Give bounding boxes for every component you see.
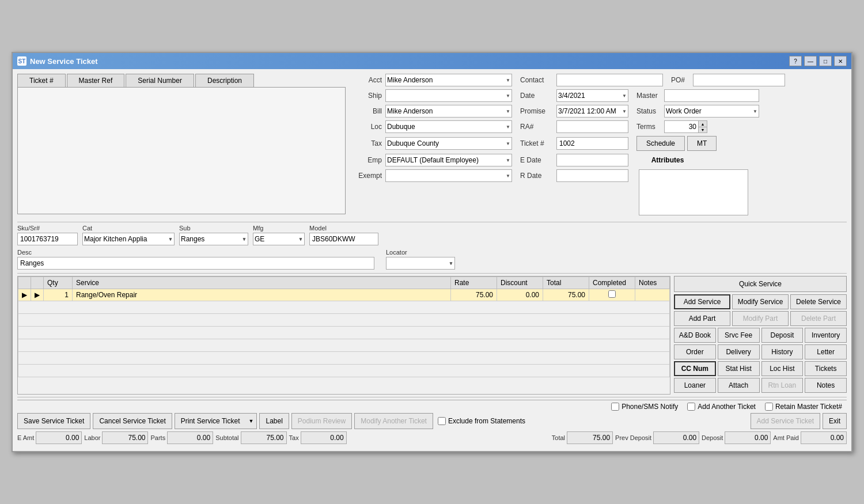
ad-book-button[interactable]: A&D Book — [674, 328, 716, 343]
loc-hist-button[interactable]: Loc Hist — [761, 361, 804, 376]
service-table: Qty Service Rate Discount Total Complete… — [18, 276, 670, 377]
tab-serial-number[interactable]: Serial Number — [126, 74, 194, 87]
add-part-button[interactable]: Add Part — [674, 311, 730, 326]
tickets-button[interactable]: Tickets — [805, 361, 847, 376]
emp-label: Emp — [350, 156, 382, 164]
print-dropdown-arrow[interactable]: ▼ — [245, 413, 257, 429]
modify-part-button[interactable]: Modify Part — [732, 311, 789, 326]
exit-button[interactable]: Exit — [823, 413, 847, 429]
add-another-checkbox[interactable] — [687, 403, 695, 411]
col-header-rate: Rate — [451, 277, 497, 289]
loc-label: Loc — [350, 123, 382, 131]
label-button[interactable]: Label — [259, 413, 289, 429]
close-button[interactable]: ✕ — [834, 56, 847, 66]
rtn-loan-button[interactable]: Rtn Loan — [761, 378, 804, 393]
schedule-button[interactable]: Schedule — [636, 136, 685, 151]
status-select[interactable]: Work Order — [664, 105, 759, 118]
promise-select[interactable]: 3/7/2021 12:00 AM — [556, 105, 628, 118]
sku-input[interactable] — [17, 233, 78, 245]
ship-select[interactable] — [385, 89, 512, 102]
terms-up-arrow[interactable]: ▲ — [698, 120, 707, 127]
exempt-select[interactable] — [385, 169, 512, 182]
desc-input[interactable] — [17, 257, 374, 270]
bill-label: Bill — [350, 107, 382, 115]
modify-another-button[interactable]: Modify Another Ticket — [354, 413, 433, 429]
phone-sms-checkbox[interactable] — [611, 403, 619, 411]
help-button[interactable]: ? — [789, 56, 802, 66]
attach-button[interactable]: Attach — [718, 378, 760, 393]
emp-select[interactable]: DEFAULT (Default Employee) — [385, 154, 512, 166]
cc-num-button[interactable]: CC Num — [674, 361, 716, 376]
ticket-input[interactable] — [556, 137, 628, 150]
mt-button[interactable]: MT — [687, 136, 717, 151]
stat-hist-button[interactable]: Stat Hist — [718, 361, 760, 376]
subtotal-label: Subtotal — [215, 434, 238, 441]
loc-select[interactable]: Dubuque — [385, 120, 512, 133]
ticket-label: Ticket # — [516, 139, 553, 147]
po-input[interactable] — [693, 74, 785, 86]
contact-input[interactable] — [556, 74, 663, 86]
rdate-input[interactable] — [556, 169, 628, 182]
sub-select[interactable]: Ranges — [179, 233, 248, 245]
retain-master-checkbox[interactable] — [765, 403, 773, 411]
row-expand-arrow: ▶ — [35, 291, 40, 299]
add-service-ticket-button[interactable]: Add Service Ticket — [751, 413, 820, 429]
ra-input[interactable] — [556, 120, 628, 133]
delete-service-button[interactable]: Delete Service — [790, 294, 847, 309]
sku-group: Sku/Sr# — [17, 225, 78, 245]
delivery-button[interactable]: Delivery — [718, 344, 760, 359]
history-button[interactable]: History — [761, 344, 804, 359]
tab-description[interactable]: Description — [195, 74, 254, 87]
completed-checkbox[interactable] — [608, 290, 616, 298]
tab-ticket[interactable]: Ticket # — [17, 74, 66, 87]
cat-group: Cat Major Kitchen Applia ▼ — [82, 225, 175, 245]
contact-label: Contact — [516, 76, 553, 84]
exclude-statements-label: Exclude from Statements — [438, 417, 525, 425]
maximize-button[interactable]: □ — [819, 56, 832, 66]
exempt-label: Exempt — [350, 172, 382, 180]
deposit-label: Deposit — [702, 434, 723, 441]
minimize-button[interactable]: — — [804, 56, 817, 66]
tab-master-ref[interactable]: Master Ref — [67, 74, 125, 87]
col-header-expand — [31, 277, 44, 289]
locator-select[interactable] — [386, 257, 455, 270]
mfg-select[interactable]: GE — [253, 233, 305, 245]
save-service-ticket-button[interactable]: Save Service Ticket — [17, 413, 90, 429]
tax-select[interactable]: Dubuque County — [385, 137, 512, 150]
labor-input — [102, 431, 148, 444]
cancel-service-ticket-button[interactable]: Cancel Service Ticket — [93, 413, 172, 429]
quick-service-button[interactable]: Quick Service — [674, 276, 847, 292]
modify-service-button[interactable]: Modify Service — [732, 294, 789, 309]
tax-label: Tax — [350, 139, 382, 147]
utility-row-1: A&D Book Srvc Fee Deposit Inventory — [674, 328, 847, 343]
left-tab-area: Ticket # Master Ref Serial Number Descri… — [17, 74, 346, 218]
exclude-statements-checkbox[interactable] — [438, 417, 446, 425]
empty-row-2 — [18, 314, 670, 327]
letter-button[interactable]: Letter — [805, 344, 847, 359]
srvc-fee-button[interactable]: Srvc Fee — [718, 328, 760, 343]
bill-select[interactable]: Mike Anderson — [385, 105, 512, 118]
print-service-ticket-button[interactable]: Print Service Ticket — [175, 413, 246, 429]
bottom-bar: Phone/SMS Notify Add Another Ticket Reta… — [17, 400, 847, 446]
terms-arrows: ▲ ▼ — [698, 120, 707, 133]
inventory-button[interactable]: Inventory — [805, 328, 847, 343]
podium-review-button[interactable]: Podium Review — [291, 413, 352, 429]
cat-select[interactable]: Major Kitchen Applia — [82, 233, 175, 245]
loaner-button[interactable]: Loaner — [674, 378, 716, 393]
order-button[interactable]: Order — [674, 344, 716, 359]
notes-textarea[interactable] — [639, 169, 748, 215]
top-section: Ticket # Master Ref Serial Number Descri… — [17, 74, 847, 218]
table-row[interactable]: ▶ ▶ 1 Range/Oven Repair 75.00 0.00 75.00 — [18, 289, 670, 301]
deposit-button[interactable]: Deposit — [761, 328, 804, 343]
date-select[interactable]: 3/4/2021 — [556, 89, 628, 102]
master-input[interactable] — [664, 89, 759, 102]
acct-select[interactable]: Mike Anderson — [385, 74, 512, 86]
acct-label: Acct — [350, 76, 382, 84]
edate-input[interactable] — [556, 154, 628, 166]
terms-down-arrow[interactable]: ▼ — [698, 127, 707, 133]
add-service-button[interactable]: Add Service — [674, 294, 730, 309]
notes-button[interactable]: Notes — [805, 378, 847, 393]
model-input[interactable] — [309, 233, 378, 245]
delete-part-button[interactable]: Delete Part — [790, 311, 847, 326]
row-qty: 1 — [44, 289, 73, 301]
